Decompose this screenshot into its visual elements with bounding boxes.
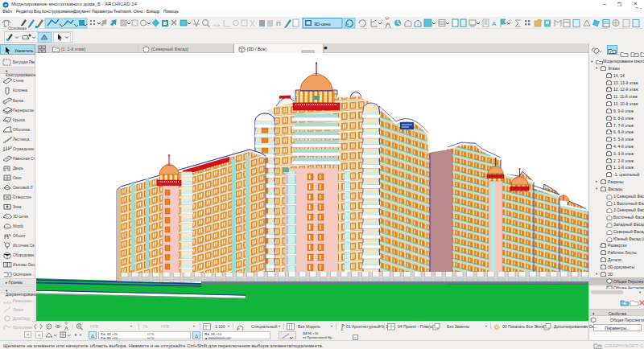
svg-text:3D-окно: 3D-окно bbox=[314, 22, 331, 27]
svg-text:A: A bbox=[492, 20, 497, 27]
svg-text:П: П bbox=[276, 20, 281, 27]
